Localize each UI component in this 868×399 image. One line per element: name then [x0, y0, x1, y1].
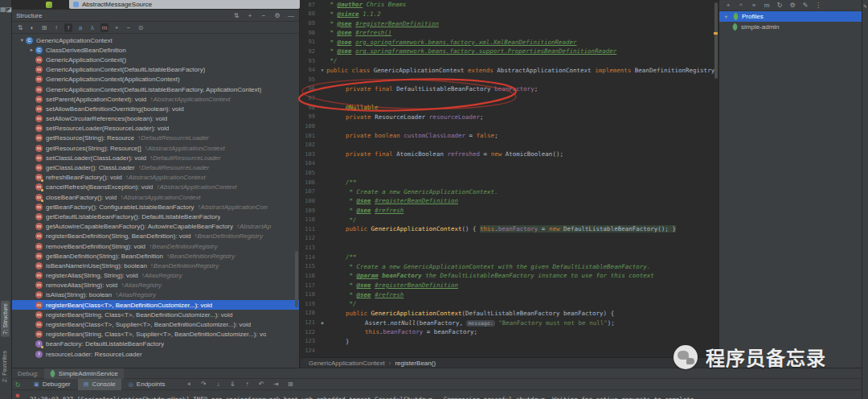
- code-editor[interactable]: 87 * @author Chris Beams88 * @since 1.1.…: [301, 0, 719, 357]
- code-line[interactable]: 112: [301, 234, 719, 244]
- force-step-into-icon[interactable]: ⇓: [228, 380, 236, 389]
- services-tree-item[interactable]: ▾Profiles: [719, 11, 862, 22]
- code-line[interactable]: 95: [301, 75, 719, 84]
- code-line[interactable]: 116 * @param beanFactory the DefaultList…: [301, 271, 719, 281]
- project-tool-icon[interactable]: ▦: [0, 6, 6, 13]
- structure-tree-item[interactable]: mcloseBeanFactory(): void↑AbstractApplic…: [12, 192, 299, 202]
- code-line[interactable]: 91 * @see org.springframework.beans.fact…: [301, 38, 719, 47]
- structure-tree-item[interactable]: msetResourceLoader(ResourceLoader): void: [12, 124, 299, 134]
- tree-caret-icon[interactable]: ▾: [18, 37, 26, 43]
- code-line[interactable]: 88 * @since 1.1.2: [301, 10, 719, 19]
- code-line[interactable]: 115 * Create a new GenericApplicationCon…: [301, 262, 719, 272]
- code-line[interactable]: 96private final DefaultListableBeanFacto…: [301, 84, 719, 94]
- console-output[interactable]: 21:28:03.837 [SpringApplicationShutdownH…: [12, 390, 862, 399]
- pin-icon[interactable]: ⊙: [137, 23, 145, 32]
- structure-tree-item[interactable]: msetAllowBeanDefinitionOverriding(boolea…: [12, 104, 299, 113]
- code-line[interactable]: 123}: [301, 337, 719, 347]
- structure-tree-item[interactable]: mgetAutowireCapableBeanFactory(): Autowi…: [12, 222, 299, 232]
- structure-scrollbar[interactable]: [295, 251, 298, 307]
- step-out-icon[interactable]: ↑: [243, 380, 251, 389]
- breadcrumb-item[interactable]: GenericApplicationContext: [309, 360, 385, 367]
- code-line[interactable]: 117 * @see #registerBeanDefinition: [301, 281, 719, 290]
- code-line[interactable]: 114/**: [301, 253, 719, 262]
- implemented-gutter-icon[interactable]: ▼: [318, 68, 326, 72]
- structure-tree-item[interactable]: mremoveAlias(String): void↑AliasRegistry: [12, 281, 299, 290]
- code-line[interactable]: 108 * @see #registerBeanDefinition: [301, 196, 719, 206]
- maven-icon[interactable]: m: [763, 1, 771, 10]
- view-options-icon[interactable]: ⇅: [232, 11, 240, 20]
- structure-tree-item[interactable]: misBeanNameInUse(String): boolean↑BeanDe…: [12, 261, 299, 270]
- structure-tree-item[interactable]: mregisterBeanDefinition(String, BeanDefi…: [12, 232, 299, 241]
- structure-tree-item[interactable]: mGenericApplicationContext(DefaultListab…: [12, 65, 299, 75]
- drop-frame-icon[interactable]: ↶: [257, 380, 265, 389]
- debug-session-tab[interactable]: SimpleAdminService: [44, 368, 124, 379]
- collapse-all-nodes-icon[interactable]: −: [125, 23, 133, 32]
- stop-icon[interactable]: ■: [14, 391, 22, 399]
- show-inherited-icon[interactable]: ↑: [52, 23, 60, 32]
- structure-tree-item[interactable]: mregisterBean(Class<T>, Supplier<T>, Bea…: [12, 319, 299, 329]
- code-line[interactable]: 101private boolean customClassLoader = f…: [301, 131, 719, 141]
- structure-tree-item[interactable]: msetClassLoader(ClassLoader): void↑Defau…: [12, 153, 299, 162]
- rerun-icon[interactable]: ↻: [14, 380, 22, 389]
- code-line[interactable]: 92 * @see org.springframework.beans.fact…: [301, 47, 719, 56]
- code-line[interactable]: 89 * @see #registerBeanDefinition: [301, 19, 719, 28]
- structure-tree-item[interactable]: mrefreshBeanFactory(): void↑AbstractAppl…: [12, 173, 299, 183]
- show-lambdas-icon[interactable]: λ: [88, 23, 96, 32]
- code-line[interactable]: 102: [301, 140, 719, 150]
- tool-button-favorites[interactable]: 2: Favorites: [1, 351, 8, 382]
- breadcrumb-item[interactable]: registerBean(): [395, 360, 436, 367]
- code-line[interactable]: 93 */: [301, 56, 719, 66]
- structure-tree-item[interactable]: mGenericApplicationContext(DefaultListab…: [12, 84, 299, 94]
- structure-tree-item[interactable]: mremoveBeanDefinition(String): void↑Bean…: [12, 241, 299, 251]
- code-line[interactable]: 109 * @see #refresh: [301, 206, 719, 216]
- code-line[interactable]: 103private final AtomicBoolean refreshed…: [301, 150, 719, 159]
- collapse-all-icon[interactable]: −: [260, 11, 268, 20]
- refresh-icon[interactable]: ↻: [776, 1, 784, 10]
- structure-tree-item[interactable]: mGenericApplicationContext(): [12, 55, 299, 64]
- code-line[interactable]: 124: [301, 346, 719, 356]
- code-line[interactable]: 118 * @see #refresh: [301, 290, 719, 299]
- code-line[interactable]: 106/**: [301, 178, 719, 187]
- group-by-kind-icon[interactable]: ⊞: [40, 23, 48, 32]
- show-methods-icon[interactable]: m: [100, 23, 108, 32]
- structure-tree-item[interactable]: mgetBeanDefinition(String): BeanDefiniti…: [12, 251, 299, 261]
- edit-icon[interactable]: ✎: [801, 1, 809, 10]
- code-line[interactable]: 98@Nullable: [301, 103, 719, 113]
- expand-all-nodes-icon[interactable]: +: [113, 23, 121, 32]
- code-line[interactable]: 110 */: [301, 215, 719, 224]
- structure-tree-item[interactable]: ▾CGenericApplicationContext: [12, 35, 299, 45]
- structure-tree-item[interactable]: mcancelRefresh(BeansException): void↑Abs…: [12, 183, 299, 192]
- structure-tree-item[interactable]: mgetDefaultListableBeanFactory(): Defaul…: [12, 212, 299, 221]
- tree-caret-icon[interactable]: ▸: [28, 47, 35, 53]
- step-over-icon[interactable]: ↷: [199, 380, 207, 389]
- code-line[interactable]: 94▼public class GenericApplicationContex…: [301, 65, 719, 75]
- forward-icon[interactable]: »: [750, 1, 758, 10]
- structure-tree-item[interactable]: mgetBeanFactory(): ConfigurableListableB…: [12, 202, 299, 212]
- structure-tree-item[interactable]: msetParent(ApplicationContext): void↑Abs…: [12, 94, 299, 104]
- structure-tree-item[interactable]: mgetClassLoader(): ClassLoader↑DefaultRe…: [12, 162, 299, 172]
- marker-gutter-icon[interactable]: ●: [318, 320, 326, 325]
- hide-icon[interactable]: —: [287, 11, 295, 20]
- more-vertical-icon[interactable]: ⋮: [814, 1, 822, 10]
- collapse-icon[interactable]: ^: [737, 1, 745, 10]
- tab-endpoints[interactable]: ◎ Endpoints: [123, 379, 171, 390]
- tool-button-structure[interactable]: 7: Structure: [1, 301, 10, 337]
- code-line[interactable]: 87 * @author Chris Beams: [301, 0, 719, 10]
- code-line[interactable]: 104: [301, 159, 719, 169]
- code-line[interactable]: 105: [301, 168, 719, 178]
- services-tree-item[interactable]: simple-admin: [719, 22, 862, 32]
- show-fields-icon[interactable]: f: [64, 23, 72, 32]
- editor-scrollbar[interactable]: [714, 0, 718, 357]
- settings-gear-icon[interactable]: ⚙: [788, 1, 796, 10]
- commit-tool-icon[interactable]: ◪: [6, 6, 13, 13]
- tree-caret-icon[interactable]: ▾: [723, 14, 730, 20]
- tab-debugger[interactable]: ▣ Debugger: [28, 379, 76, 390]
- code-line[interactable]: 113: [301, 243, 719, 253]
- structure-tree-item[interactable]: mregisterAlias(String, String): void↑Ali…: [12, 271, 299, 281]
- step-into-icon[interactable]: ↓: [214, 380, 222, 389]
- code-line[interactable]: 100: [301, 121, 719, 131]
- structure-tree-item[interactable]: mgetResource(String): Resource↑DefaultRe…: [12, 134, 299, 143]
- code-line[interactable]: 99private ResourceLoader resourceLoader;: [301, 113, 719, 122]
- code-line[interactable]: 107 * Create a new GenericApplicationCon…: [301, 187, 719, 197]
- sort-alphabetically-icon[interactable]: ⇅: [16, 23, 24, 32]
